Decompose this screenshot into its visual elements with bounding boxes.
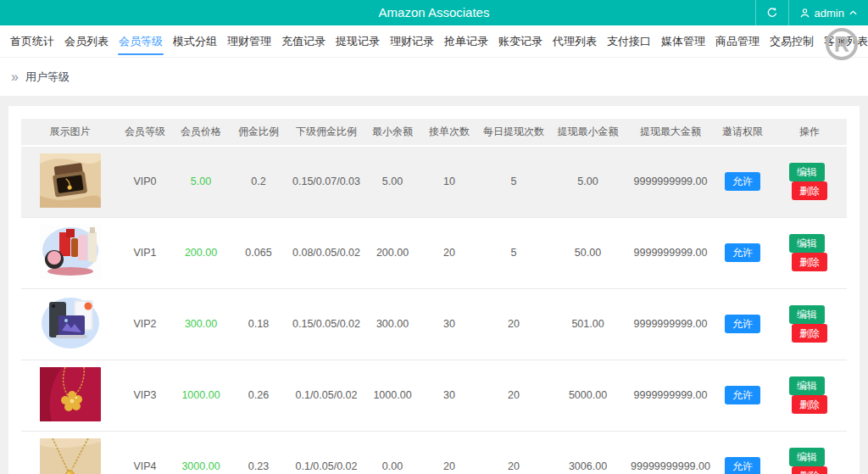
nav-tab[interactable]: 代理列表 <box>552 25 598 58</box>
cell-withdraw-min: 3006.00 <box>548 431 628 474</box>
allow-button[interactable]: 允许 <box>725 243 760 262</box>
cell-commission: 0.26 <box>231 360 287 431</box>
cell-order-count: 20 <box>419 431 480 474</box>
refresh-icon <box>766 7 778 19</box>
cell-min-balance: 5.00 <box>366 146 419 217</box>
cell-product-image <box>21 217 119 288</box>
cell-order-count: 30 <box>419 360 480 431</box>
table-row: VIP2 300.00 0.18 0.15/0.05/0.02 300.00 3… <box>21 288 847 360</box>
cell-product-image <box>21 146 119 217</box>
cell-level: VIP4 <box>119 431 171 474</box>
delete-button[interactable]: 删除 <box>792 324 827 343</box>
nav-tab[interactable]: 交易控制 <box>769 25 815 58</box>
cell-order-count: 30 <box>419 288 480 360</box>
product-image <box>40 438 101 474</box>
cell-actions: 编辑删除 <box>772 288 847 360</box>
cell-price: 1000.00 <box>171 360 231 431</box>
user-menu[interactable]: admin <box>788 0 868 25</box>
table-body: VIP0 5.00 0.2 0.15/0.07/0.03 5.00 10 5 5… <box>21 146 847 474</box>
cell-withdraw-max: 9999999999.00 <box>628 288 713 360</box>
cell-commission: 0.065 <box>231 217 287 288</box>
nav-tab[interactable]: 首页统计 <box>9 25 55 58</box>
allow-button[interactable]: 允许 <box>725 457 760 474</box>
delete-button[interactable]: 删除 <box>792 395 827 414</box>
column-header: 会员等级 <box>119 119 171 146</box>
nav-tab[interactable]: 会员等级 <box>118 25 164 58</box>
cell-product-image <box>21 431 119 474</box>
refresh-button[interactable] <box>755 0 788 25</box>
column-header: 最小余额 <box>366 119 419 146</box>
table-row: VIP3 1000.00 0.26 0.1/0.05/0.02 1000.00 … <box>21 360 847 431</box>
nav-tab[interactable]: 理财管理 <box>226 25 272 58</box>
allow-button[interactable]: 允许 <box>725 315 760 333</box>
edit-button[interactable]: 编辑 <box>789 376 825 395</box>
cell-actions: 编辑删除 <box>772 360 847 431</box>
column-header: 操作 <box>772 119 847 146</box>
nav-tab[interactable]: 商品管理 <box>715 25 760 58</box>
cell-sub-commission: 0.15/0.05/0.02 <box>287 288 366 360</box>
cell-price: 200.00 <box>171 217 231 288</box>
nav-tab[interactable]: 会员列表 <box>64 25 109 58</box>
cell-price: 300.00 <box>171 288 231 360</box>
edit-button[interactable]: 编辑 <box>789 234 825 253</box>
cell-daily-withdraw-count: 20 <box>480 360 548 431</box>
delete-button[interactable]: 删除 <box>792 253 827 271</box>
table-row: VIP1 200.00 0.065 0.08/0.05/0.02 200.00 … <box>21 217 847 288</box>
nav-tab[interactable]: 抢单记录 <box>443 25 489 58</box>
cell-sub-commission: 0.08/0.05/0.02 <box>287 217 366 288</box>
cell-product-image <box>21 288 119 360</box>
cell-min-balance: 200.00 <box>366 217 419 288</box>
content-card: 展示图片会员等级会员价格佣金比例下级佣金比例最小余额接单次数每日提现次数提现最小… <box>8 106 860 474</box>
page-body: 展示图片会员等级会员价格佣金比例下级佣金比例最小余额接单次数每日提现次数提现最小… <box>0 96 868 474</box>
cell-invite-permission: 允许 <box>713 217 772 288</box>
nav-tab[interactable]: 媒体管理 <box>660 25 706 58</box>
breadcrumb-chevrons-icon: » <box>11 70 19 84</box>
delete-button[interactable]: 删除 <box>792 466 827 474</box>
nav-tab[interactable]: 支付接口 <box>606 25 652 58</box>
cell-order-count: 10 <box>419 146 480 217</box>
nav-tab[interactable]: 模式分组 <box>172 25 218 58</box>
column-header: 邀请权限 <box>713 119 772 146</box>
cell-withdraw-max: 99999999999.00 <box>628 431 713 474</box>
cell-order-count: 20 <box>419 217 480 288</box>
cell-level: VIP3 <box>119 360 171 431</box>
nav-tab[interactable]: 账变记录 <box>498 25 543 58</box>
cell-min-balance: 0.00 <box>366 431 419 474</box>
app-title: Amazon Associates <box>0 0 868 25</box>
cell-price: 3000.00 <box>171 431 231 474</box>
cell-daily-withdraw-count: 5 <box>480 146 548 217</box>
column-header: 接单次数 <box>419 119 480 146</box>
allow-button[interactable]: 允许 <box>725 386 760 404</box>
nav-tab[interactable]: 提现记录 <box>335 25 381 58</box>
cell-sub-commission: 0.15/0.07/0.03 <box>287 146 366 217</box>
table-row: VIP4 3000.00 0.23 0.1/0.05/0.02 0.00 20 … <box>21 431 847 474</box>
cell-withdraw-min: 5000.00 <box>548 360 628 431</box>
cell-daily-withdraw-count: 20 <box>480 431 548 474</box>
nav-tab[interactable]: 充值记录 <box>281 25 326 58</box>
cell-withdraw-max: 9999999999.00 <box>628 217 713 288</box>
edit-button[interactable]: 编辑 <box>789 163 825 181</box>
cell-sub-commission: 0.1/0.05/0.02 <box>287 360 366 431</box>
allow-button[interactable]: 允许 <box>725 172 760 191</box>
edit-button[interactable]: 编辑 <box>789 448 825 466</box>
cell-actions: 编辑删除 <box>772 217 847 288</box>
cell-withdraw-max: 9999999999.00 <box>628 360 713 431</box>
user-icon <box>799 8 810 19</box>
nav-tabs: 首页统计会员列表会员等级模式分组理财管理充值记录提现记录理财记录抢单记录账变记录… <box>0 25 868 58</box>
delete-button[interactable]: 删除 <box>792 181 827 200</box>
brand-watermark-logo: R <box>826 28 858 60</box>
cell-product-image <box>21 360 119 431</box>
edit-button[interactable]: 编辑 <box>789 305 825 324</box>
cell-commission: 0.2 <box>231 146 287 217</box>
cell-actions: 编辑删除 <box>772 431 847 474</box>
product-image <box>40 296 101 350</box>
column-header: 下级佣金比例 <box>287 119 366 146</box>
username: admin <box>815 7 844 20</box>
column-header: 佣金比例 <box>231 119 287 146</box>
cell-daily-withdraw-count: 5 <box>480 217 548 288</box>
cell-invite-permission: 允许 <box>713 360 772 431</box>
table-row: VIP0 5.00 0.2 0.15/0.07/0.03 5.00 10 5 5… <box>21 146 847 217</box>
cell-min-balance: 1000.00 <box>366 360 419 431</box>
product-image <box>40 153 101 208</box>
nav-tab[interactable]: 理财记录 <box>389 25 435 58</box>
